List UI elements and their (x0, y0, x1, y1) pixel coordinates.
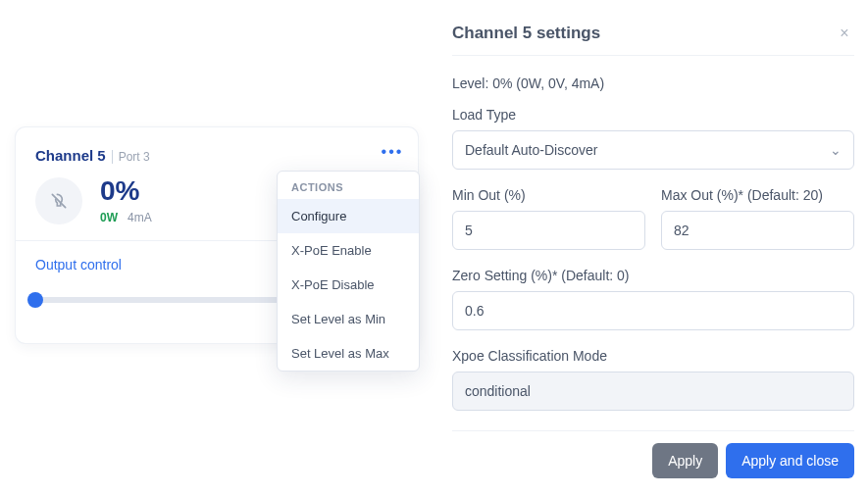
slider-thumb-icon[interactable] (27, 292, 43, 308)
channel-port: Port 3 (112, 150, 150, 164)
chevron-down-icon: ⌄ (830, 142, 842, 158)
min-out-input[interactable] (452, 211, 645, 250)
action-set-level-min[interactable]: Set Level as Min (278, 302, 419, 336)
panel-footer: Apply Apply and close (452, 430, 854, 478)
dots-horizontal-icon: ••• (382, 143, 404, 160)
min-out-label: Min Out (%) (452, 187, 645, 203)
apply-close-button[interactable]: Apply and close (726, 443, 854, 478)
zero-setting-input[interactable] (452, 291, 854, 330)
light-off-icon (35, 177, 82, 224)
xpoe-mode-label: Xpoe Classification Mode (452, 348, 854, 364)
action-set-level-max[interactable]: Set Level as Max (278, 336, 419, 371)
apply-button[interactable]: Apply (652, 443, 718, 478)
close-button[interactable]: × (835, 25, 854, 42)
action-xpoe-enable[interactable]: X-PoE Enable (278, 233, 419, 268)
load-type-label: Load Type (452, 107, 854, 123)
max-out-label: Max Out (%)* (Default: 20) (661, 187, 854, 203)
action-xpoe-disable[interactable]: X-PoE Disable (278, 268, 419, 302)
load-type-value: Default Auto-Discover (465, 142, 597, 158)
zero-setting-label: Zero Setting (%)* (Default: 0) (452, 268, 854, 283)
settings-panel: Channel 5 settings × Level: 0% (0W, 0V, … (452, 24, 854, 478)
actions-menu-heading: ACTIONS (278, 172, 419, 199)
actions-menu: ACTIONS Configure X-PoE Enable X-PoE Dis… (277, 171, 420, 372)
close-icon: × (840, 25, 848, 41)
action-configure[interactable]: Configure (278, 199, 419, 233)
channel-power: 0W (100, 211, 118, 224)
xpoe-mode-input (452, 372, 854, 411)
panel-title: Channel 5 settings (452, 24, 600, 43)
level-readout: Level: 0% (0W, 0V, 4mA) (452, 75, 854, 91)
load-type-select[interactable]: Default Auto-Discover ⌄ (452, 130, 854, 170)
channel-title: Channel 5 (35, 147, 106, 164)
panel-header: Channel 5 settings × (452, 24, 854, 56)
more-actions-button[interactable]: ••• (381, 141, 404, 165)
channel-stat-values: 0% 0W 4mA (100, 177, 152, 224)
card-header: Channel 5 Port 3 (35, 147, 398, 164)
max-out-input[interactable] (661, 211, 854, 250)
channel-percent: 0% (100, 177, 152, 205)
channel-current: 4mA (128, 211, 152, 224)
